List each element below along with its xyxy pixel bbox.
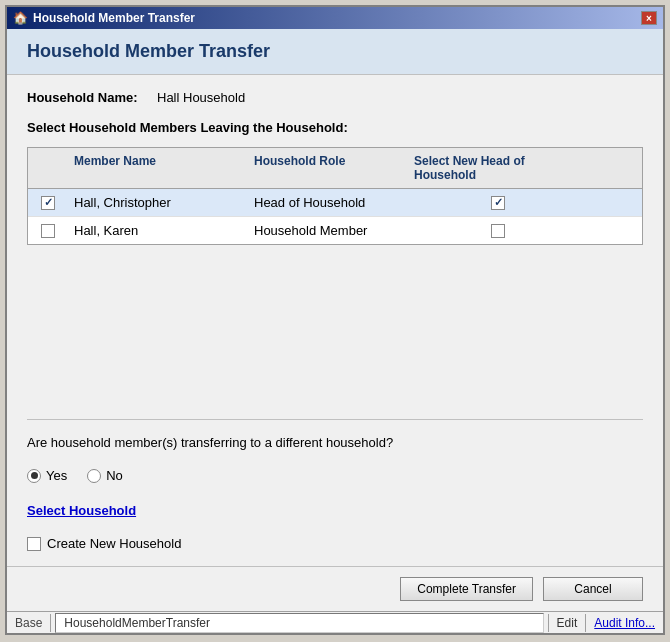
- create-new-label: Create New Household: [47, 536, 181, 551]
- no-radio[interactable]: [87, 469, 101, 483]
- household-name-label: Household Name:: [27, 90, 157, 105]
- members-table: Member Name Household Role Select New He…: [27, 147, 643, 245]
- spacer: [27, 255, 643, 404]
- yes-label: Yes: [46, 468, 67, 483]
- yes-option[interactable]: Yes: [27, 468, 67, 483]
- member-name-1: Hall, Karen: [68, 221, 248, 240]
- col-header-select: [28, 152, 68, 184]
- transfer-question: Are household member(s) transferring to …: [27, 435, 643, 450]
- status-base-label: Base: [7, 614, 51, 632]
- members-section-label: Select Household Members Leaving the Hou…: [27, 120, 643, 135]
- close-button[interactable]: ×: [641, 11, 657, 25]
- button-row: Complete Transfer Cancel: [7, 566, 663, 611]
- window-title: Household Member Transfer: [33, 11, 195, 25]
- status-edit-label: Edit: [548, 614, 587, 632]
- main-area: Household Name: Hall Household Select Ho…: [7, 75, 663, 566]
- col-header-household-role: Household Role: [248, 152, 408, 184]
- select-checkbox-0[interactable]: [41, 196, 55, 210]
- select-household-link[interactable]: Select Household: [27, 503, 643, 518]
- col-header-new-head: Select New Head of Household: [408, 152, 588, 184]
- row-icon-cell-1: [28, 222, 68, 240]
- new-head-cell-0: [408, 194, 588, 212]
- household-role-1: Household Member: [248, 221, 408, 240]
- row-icon-cell: [28, 194, 68, 212]
- no-option[interactable]: No: [87, 468, 123, 483]
- table-row: Hall, Christopher Head of Household: [28, 189, 642, 217]
- radio-row: Yes No: [27, 468, 643, 483]
- col-header-member-name: Member Name: [68, 152, 248, 184]
- cancel-button[interactable]: Cancel: [543, 577, 643, 601]
- table-row: Hall, Karen Household Member: [28, 217, 642, 244]
- yes-radio[interactable]: [27, 469, 41, 483]
- household-name-value: Hall Household: [157, 90, 245, 105]
- window: 🏠 Household Member Transfer × Household …: [5, 5, 665, 635]
- household-name-row: Household Name: Hall Household: [27, 90, 643, 105]
- household-role-0: Head of Household: [248, 193, 408, 212]
- select-checkbox-1[interactable]: [41, 224, 55, 238]
- window-icon: 🏠: [13, 11, 28, 25]
- dialog-header: Household Member Transfer: [7, 29, 663, 75]
- new-head-cell-1: [408, 222, 588, 240]
- status-module-name: HouseholdMemberTransfer: [55, 613, 543, 633]
- content-area: Household Member Transfer Household Name…: [7, 29, 663, 611]
- divider: [27, 419, 643, 420]
- table-header: Member Name Household Role Select New He…: [28, 148, 642, 189]
- new-head-checkbox-1[interactable]: [491, 224, 505, 238]
- dialog-title: Household Member Transfer: [27, 41, 643, 62]
- new-head-checkbox-0[interactable]: [491, 196, 505, 210]
- status-bar: Base HouseholdMemberTransfer Edit Audit …: [7, 611, 663, 633]
- complete-transfer-button[interactable]: Complete Transfer: [400, 577, 533, 601]
- member-name-0: Hall, Christopher: [68, 193, 248, 212]
- no-label: No: [106, 468, 123, 483]
- title-bar: 🏠 Household Member Transfer ×: [7, 7, 663, 29]
- audit-info-link[interactable]: Audit Info...: [586, 614, 663, 632]
- create-new-checkbox[interactable]: [27, 537, 41, 551]
- create-household-row: Create New Household: [27, 536, 643, 551]
